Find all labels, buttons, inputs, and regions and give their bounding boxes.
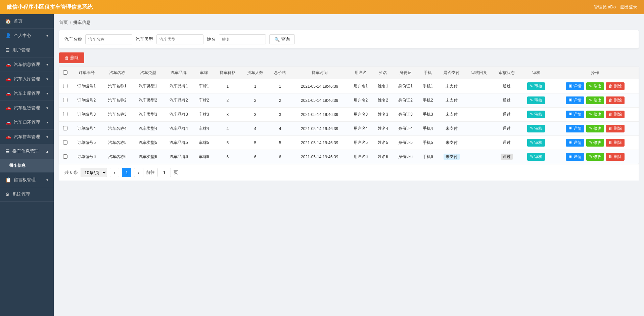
cell-car-type: 汽车类型3	[133, 108, 164, 122]
row-checkbox[interactable]	[63, 84, 67, 88]
sidebar-item-car-info[interactable]: 🚗 汽车信息管理 ▾	[0, 57, 54, 72]
cell-total: 3	[269, 108, 291, 122]
detail-button[interactable]: ▣ 详情	[566, 96, 584, 104]
del-button[interactable]: 🗑 删除	[606, 82, 624, 90]
row-checkbox[interactable]	[63, 154, 67, 159]
prev-page-button[interactable]: ‹	[110, 168, 119, 177]
next-page-button[interactable]: ›	[134, 168, 143, 177]
app-title: 微信小程序小区租拼车管理信息系统	[7, 4, 93, 11]
goto-page-input[interactable]	[157, 168, 171, 177]
delete-icon: 🗑	[64, 55, 69, 61]
del-button[interactable]: 🗑 删除	[606, 153, 624, 161]
cell-operation: ▣ 详情 ✎ 修改 🗑 删除	[552, 150, 639, 164]
sidebar-item-sys-mgmt[interactable]: ⚙ 系统管理	[0, 187, 54, 202]
query-label: 查询	[281, 36, 290, 42]
action-row: 🗑 删除	[59, 52, 639, 63]
select-all-checkbox[interactable]	[63, 70, 67, 75]
sidebar-item-car-out[interactable]: 🚗 汽车出库管理 ▾	[0, 86, 54, 101]
per-page-select[interactable]: 10条/页 20条/页 50条/页	[81, 168, 107, 177]
cell-plate: 车牌3	[194, 108, 214, 122]
cell-audit: ✎ 审核	[521, 150, 552, 164]
sidebar-item-car-return[interactable]: 🚗 汽车归还管理 ▾	[0, 115, 54, 130]
sys-mgmt-icon: ⚙	[5, 192, 10, 197]
cell-plate: 车牌2	[194, 93, 214, 108]
th-car-name: 汽车名称	[102, 67, 133, 79]
audit-button[interactable]: ✎ 审核	[527, 125, 545, 132]
cell-car-name: 汽车名称1	[102, 79, 133, 93]
cell-price: 2	[214, 93, 241, 108]
edit-button[interactable]: ✎ 修改	[586, 111, 604, 118]
cell-username: 用户名4	[348, 122, 373, 136]
cell-time: 2021-05-14 19:46:39	[291, 108, 348, 122]
th-order-no: 订单编号	[71, 67, 102, 79]
car-type-input[interactable]	[156, 34, 203, 44]
sidebar-car-in-label: 汽车入库管理	[14, 76, 40, 82]
cell-audit: ✎ 审核	[521, 93, 552, 108]
audit-button[interactable]: ✎ 审核	[527, 153, 545, 161]
audit-button[interactable]: ✎ 审核	[527, 139, 545, 147]
del-button[interactable]: 🗑 删除	[606, 96, 624, 104]
row-checkbox[interactable]	[63, 98, 67, 102]
sidebar-item-car-in[interactable]: 🚗 汽车入库管理 ▾	[0, 72, 54, 86]
data-table: 订单编号 汽车名称 汽车类型 汽车品牌 车牌 拼车价格 拼车人数 总价格 拼车时…	[59, 67, 639, 164]
name-input[interactable]	[219, 34, 266, 44]
cell-reply	[465, 122, 493, 136]
detail-button[interactable]: ▣ 详情	[566, 82, 584, 90]
cell-checkbox	[59, 108, 71, 122]
sidebar-item-profile[interactable]: 👤 个人中心 ▾	[0, 29, 54, 43]
car-rent-icon: 🚗	[5, 105, 11, 111]
breadcrumb: 首页 / 拼车信息	[59, 19, 639, 26]
sidebar-item-car-pool[interactable]: 🚗 汽车拼车管理 ▾	[0, 130, 54, 144]
cell-price: 1	[214, 79, 241, 93]
delete-batch-button[interactable]: 🗑 删除	[59, 52, 84, 63]
detail-button[interactable]: ▣ 详情	[566, 125, 584, 132]
sidebar-item-board-mgmt[interactable]: 📋 留言板管理 ▾	[0, 173, 54, 187]
chevron-icon4: ▾	[46, 91, 48, 96]
sidebar-item-pool-info-sub[interactable]: 拼车信息	[0, 159, 54, 173]
del-button[interactable]: 🗑 删除	[606, 139, 624, 147]
sidebar-car-pool-label: 汽车拼车管理	[14, 134, 40, 140]
del-button[interactable]: 🗑 删除	[606, 125, 624, 132]
th-reply: 审核回复	[465, 67, 493, 79]
main-layout: 🏠 首页 👤 个人中心 ▾ ☰ 用户管理 🚗 汽车信息管理 ▾ 🚗 汽车入库管理…	[0, 14, 644, 316]
row-checkbox[interactable]	[63, 112, 67, 116]
audit-button[interactable]: ✎ 审核	[527, 96, 545, 104]
audit-button[interactable]: ✎ 审核	[527, 82, 545, 90]
edit-button[interactable]: ✎ 修改	[586, 153, 604, 161]
sidebar-item-home[interactable]: 🏠 首页	[0, 14, 54, 29]
cell-status: 通过	[493, 93, 520, 108]
detail-button[interactable]: ▣ 详情	[566, 139, 584, 147]
sidebar-item-pool-info[interactable]: ☰ 拼车信息管理 ▴	[0, 144, 54, 159]
cell-price: 6	[214, 150, 241, 164]
detail-button[interactable]: ▣ 详情	[566, 111, 584, 118]
home-icon: 🏠	[5, 18, 11, 24]
edit-button[interactable]: ✎ 修改	[586, 139, 604, 147]
logout-btn[interactable]: 退出登录	[620, 4, 637, 10]
edit-button[interactable]: ✎ 修改	[586, 96, 604, 104]
del-button[interactable]: 🗑 删除	[606, 111, 624, 118]
th-checkbox	[59, 67, 71, 79]
cell-phone: 手机5	[418, 136, 438, 150]
breadcrumb-home[interactable]: 首页	[59, 19, 68, 26]
sidebar-pool-info-label: 拼车信息管理	[12, 148, 39, 154]
audit-button[interactable]: ✎ 审核	[527, 111, 545, 118]
detail-button[interactable]: ▣ 详情	[566, 153, 584, 161]
cell-car-type: 汽车类型4	[133, 122, 164, 136]
cell-plate: 车牌6	[194, 150, 214, 164]
car-name-input[interactable]	[85, 34, 132, 44]
edit-button[interactable]: ✎ 修改	[586, 82, 604, 90]
sidebar-item-car-rent[interactable]: 🚗 汽车租赁管理 ▾	[0, 101, 54, 115]
sidebar-item-user-mgmt[interactable]: ☰ 用户管理	[0, 43, 54, 57]
top-header: 微信小程序小区租拼车管理信息系统 管理员 aDo 退出登录	[0, 0, 644, 14]
row-checkbox[interactable]	[63, 126, 67, 130]
cell-checkbox	[59, 122, 71, 136]
table-row: 订单编号2 汽车名称2 汽车类型2 汽车品牌2 车牌2 2 2 2 2021-0…	[59, 93, 639, 108]
row-checkbox[interactable]	[63, 140, 67, 145]
edit-button[interactable]: ✎ 修改	[586, 125, 604, 132]
name-label: 姓名	[207, 36, 216, 42]
sidebar-car-out-label: 汽车出库管理	[14, 90, 40, 96]
query-button[interactable]: 🔍 查询	[269, 34, 295, 44]
page-1-button[interactable]: 1	[122, 168, 131, 177]
chevron-icon8: ▴	[46, 149, 48, 154]
cell-username: 用户名2	[348, 93, 373, 108]
